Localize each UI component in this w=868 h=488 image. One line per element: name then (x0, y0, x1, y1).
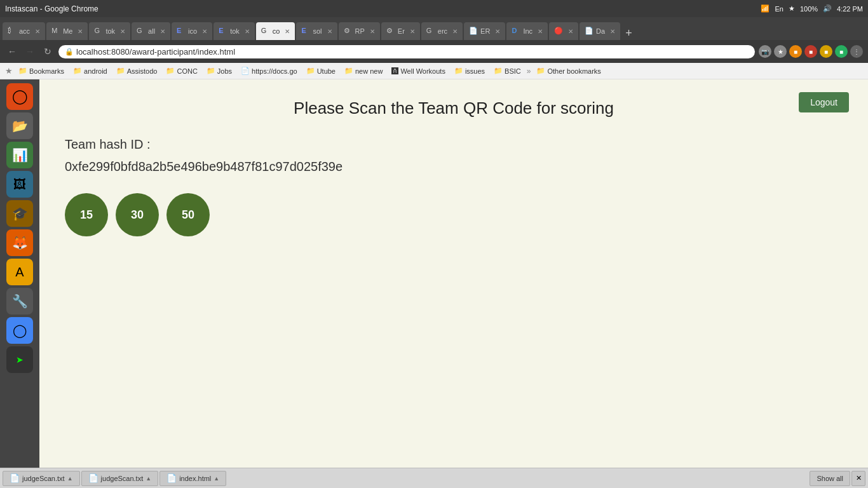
tab-close-8[interactable]: ✕ (327, 28, 332, 35)
tab-15[interactable]: 📄 Da ✕ (580, 22, 620, 40)
team-section: Team hash ID : 0xfe299f0bfd8a2b5e496be9b… (58, 137, 849, 236)
extension-icon-3[interactable]: ■ (820, 45, 832, 58)
bm-jobs-icon: 📁 (207, 67, 215, 75)
tab-close-5[interactable]: ✕ (202, 28, 207, 35)
menu-button[interactable]: ⋮ (850, 45, 863, 58)
logout-button[interactable]: Logout (799, 92, 849, 112)
tab-9[interactable]: ⚙ RP ✕ (339, 22, 380, 40)
sidebar-app4[interactable]: 🎓 (6, 200, 33, 227)
sidebar-chrome[interactable]: ◯ (6, 317, 33, 344)
tab-12[interactable]: 📄 ER ✕ (464, 22, 505, 40)
taskbar-label-1: judgeScan.txt (22, 475, 65, 482)
sidebar-amazon[interactable]: A (6, 259, 33, 285)
bm-issues-icon: 📁 (454, 67, 463, 75)
taskbar-label-3: index.html (179, 475, 211, 482)
tab-close-14[interactable]: ✕ (568, 28, 573, 35)
tab-close-15[interactable]: ✕ (610, 28, 615, 35)
tab-favicon-9: ⚙ (344, 27, 353, 36)
url-bar[interactable]: 🔒 localhost:8080/award-participant/index… (58, 45, 755, 58)
tab-14[interactable]: 🔴 ✕ (549, 22, 578, 40)
sidebar-firefox[interactable]: 🦊 (6, 229, 33, 256)
tab-close-9[interactable]: ✕ (370, 28, 375, 35)
tab-13[interactable]: D Inc ✕ (506, 22, 548, 40)
back-button[interactable]: ← (5, 44, 19, 58)
camera-icon: 📷 (759, 45, 771, 58)
star-icon[interactable]: ★ (774, 45, 787, 58)
tab-favicon-7: G (261, 27, 270, 36)
extension-icon-2[interactable]: ■ (804, 45, 817, 58)
tab-favicon-12: 📄 (469, 27, 478, 36)
sidebar-tools[interactable]: 🔧 (6, 288, 33, 315)
reload-button[interactable]: ↻ (41, 44, 55, 58)
taskbar-close-button[interactable]: ✕ (851, 471, 865, 486)
tab-close-4[interactable]: ✕ (160, 28, 165, 35)
team-hash-label: Team hash ID : (65, 137, 849, 152)
bluetooth-icon: ★ (789, 4, 795, 13)
bm-assistodo[interactable]: 📁 Assistodo (113, 66, 161, 76)
sidebar-terminal[interactable]: ➤ (6, 346, 33, 373)
tab-close-7[interactable]: ✕ (285, 28, 290, 35)
forward-button[interactable]: → (23, 44, 37, 58)
bm-docs[interactable]: 📄 https://docs.go (238, 66, 301, 76)
new-tab-button[interactable]: + (621, 27, 636, 40)
tab-label-9: RP (355, 27, 365, 35)
tab-close-3[interactable]: ✕ (120, 28, 125, 35)
tab-8[interactable]: E sol ✕ (296, 22, 337, 40)
tab-close-11[interactable]: ✕ (452, 28, 458, 35)
sidebar-app3[interactable]: 🖼 (6, 171, 33, 198)
score-circle-15[interactable]: 15 (65, 193, 108, 236)
taskbar-item-3[interactable]: 📄 index.html ▲ (159, 471, 226, 486)
sidebar-files[interactable]: 📂 (6, 112, 33, 139)
tab-favicon-15: 📄 (585, 27, 593, 36)
score-circle-50[interactable]: 50 (166, 193, 210, 236)
taskbar-item-1[interactable]: 📄 judgeScan.txt ▲ (3, 471, 80, 486)
score-circles: 15 30 50 (65, 193, 849, 236)
bm-wellworkouts[interactable]: 🅰 Well Workouts (388, 67, 449, 76)
bookmarks-label[interactable]: 📁 Bookmarks (15, 66, 67, 76)
taskbar: 📄 judgeScan.txt ▲ 📄 judgeScan.txt ▲ 📄 in… (0, 468, 868, 488)
volume-icon: 🔊 (823, 4, 832, 13)
bookmarks-overflow: » (527, 67, 531, 76)
taskbar-chevron-2: ▲ (146, 475, 151, 482)
bm-newnew-icon: 📁 (344, 67, 353, 75)
bm-newnew[interactable]: 📁 new new (341, 66, 386, 76)
sidebar: ◯ 📂 📊 🖼 🎓 🦊 A 🔧 ◯ ➤ (0, 79, 39, 468)
tab-close-6[interactable]: ✕ (245, 28, 250, 35)
tab-label-15: Da (596, 27, 605, 35)
bm-issues[interactable]: 📁 issues (451, 66, 488, 76)
tab-5[interactable]: E ico ✕ (172, 22, 212, 40)
tab-2[interactable]: M Me ✕ (46, 22, 88, 40)
score-circle-30[interactable]: 30 (116, 193, 159, 236)
taskbar-item-2[interactable]: 📄 judgeScan.txt ▲ (81, 471, 159, 486)
tab-1[interactable]: ₿ acc ✕ (3, 22, 45, 40)
bm-android[interactable]: 📁 android (70, 66, 111, 76)
tab-3[interactable]: G tok ✕ (89, 22, 130, 40)
tab-close-1[interactable]: ✕ (35, 28, 40, 35)
tab-favicon-10: ⚙ (386, 27, 395, 36)
taskbar-chevron-1: ▲ (67, 475, 73, 482)
bm-utube[interactable]: 📁 Utube (303, 66, 339, 76)
tab-label-7: co (273, 27, 280, 35)
bm-jobs[interactable]: 📁 Jobs (203, 66, 235, 76)
extension-icon-1[interactable]: ■ (789, 45, 802, 58)
bm-other[interactable]: 📁 Other bookmarks (533, 66, 604, 76)
sidebar-ubuntu[interactable]: ◯ (6, 83, 33, 110)
tab-close-10[interactable]: ✕ (410, 28, 415, 35)
extension-icon-4[interactable]: ■ (835, 45, 848, 58)
tab-close-13[interactable]: ✕ (538, 28, 543, 35)
bm-bsic[interactable]: 📁 BSIC (491, 66, 524, 76)
tab-4[interactable]: G all ✕ (132, 22, 170, 40)
main-layout: ◯ 📂 📊 🖼 🎓 🦊 A 🔧 ◯ ➤ Please Scan the Team… (0, 79, 868, 468)
tab-close-12[interactable]: ✕ (495, 28, 500, 35)
bm-docs-icon: 📄 (241, 67, 250, 75)
show-all-button[interactable]: Show all (810, 471, 850, 486)
tab-6[interactable]: E tok ✕ (214, 22, 255, 40)
tab-10[interactable]: ⚙ Er ✕ (381, 22, 420, 40)
tab-close-2[interactable]: ✕ (78, 28, 83, 35)
bookmarks-folder-icon: 📁 (18, 67, 27, 75)
tab-favicon-8: E (301, 27, 310, 36)
bm-conc[interactable]: 📁 CONC (163, 66, 200, 76)
tab-11[interactable]: G erc ✕ (421, 22, 463, 40)
tab-7[interactable]: G co ✕ (256, 22, 295, 40)
sidebar-app2[interactable]: 📊 (6, 142, 33, 168)
